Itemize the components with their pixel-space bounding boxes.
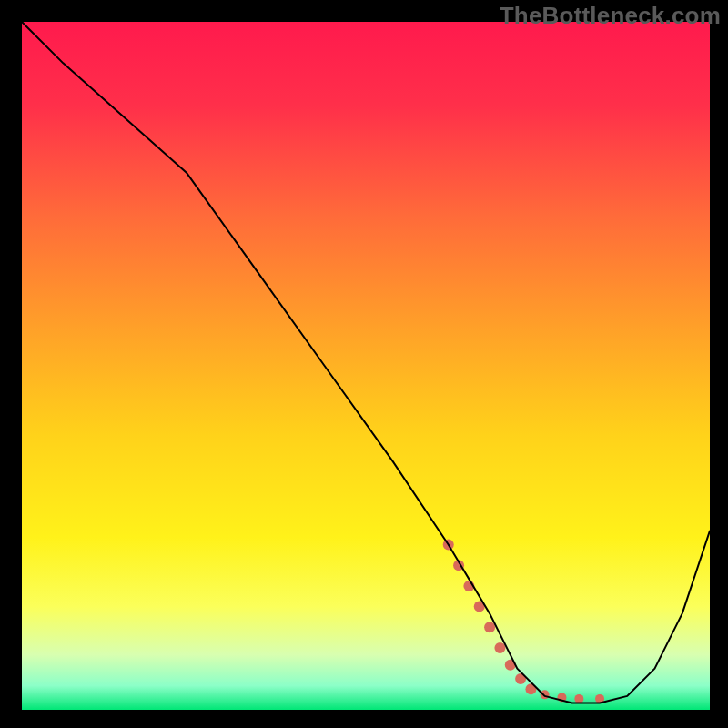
- chart-frame: TheBottleneck.com: [0, 0, 728, 728]
- chart-svg: [22, 22, 710, 710]
- watermark-label: TheBottleneck.com: [500, 2, 721, 30]
- gradient-background: [22, 22, 710, 710]
- plot-area: [22, 22, 710, 710]
- highlight-dot: [484, 622, 495, 632]
- highlight-dot: [574, 694, 583, 703]
- highlight-dot: [541, 690, 550, 699]
- highlight-dot: [494, 642, 505, 653]
